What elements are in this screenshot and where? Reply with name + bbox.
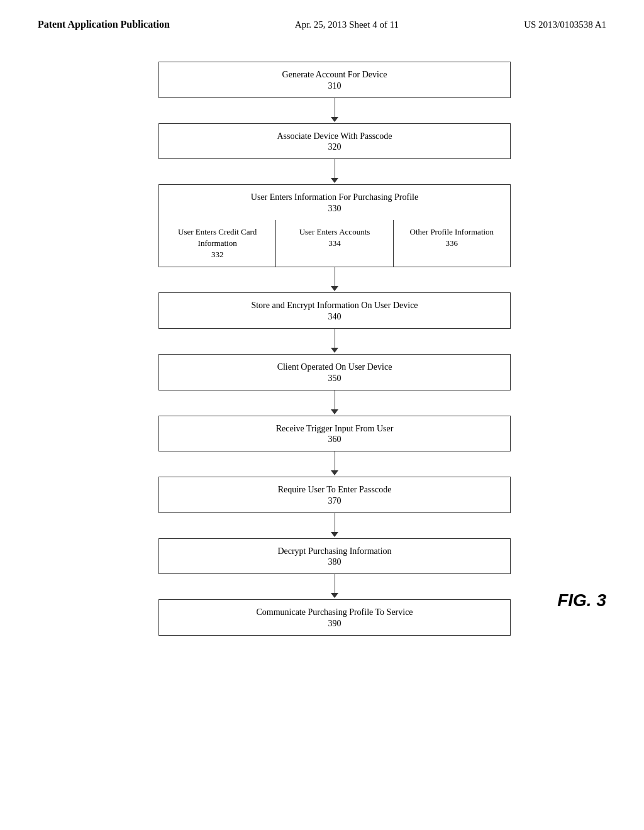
box-336-number: 336 [399,238,505,249]
box-330-label: User Enters Information For Purchasing P… [172,191,497,204]
box-380-label: Decrypt Purchasing Information [172,545,497,558]
box-390: Communicate Purchasing Profile To Servic… [158,599,511,636]
box-340-label: Store and Encrypt Information On User De… [172,299,497,312]
figure-label: FIG. 3 [557,590,606,611]
box-370: Require User To Enter Passcode 370 [158,477,511,513]
box-350: Client Operated On User Device 350 [158,354,511,390]
publication-number: US 2013/0103538 A1 [524,19,606,30]
arrow-1 [331,98,338,123]
box-340-number: 340 [172,312,497,322]
arrow-4 [331,329,338,354]
box-340: Store and Encrypt Information On User De… [158,292,511,329]
publication-date: Apr. 25, 2013 Sheet 4 of 11 [295,19,399,30]
box-370-number: 370 [172,496,497,506]
box-350-label: Client Operated On User Device [172,361,497,374]
box-332: User Enters Credit CardInformation 332 [158,220,276,268]
box-334-number: 334 [281,238,387,249]
box-334-label: User Enters Accounts [281,226,387,238]
arrow-3 [331,267,338,292]
arrow-5 [331,390,338,416]
arrow-2 [331,159,338,184]
page-header: Patent Application Publication Apr. 25, … [0,0,644,36]
box-330-number: 330 [172,204,497,214]
box-310-label: Generate Account For Device [172,69,497,81]
box-332-label: User Enters Credit CardInformation [164,226,270,249]
box-390-label: Communicate Purchasing Profile To Servic… [172,606,497,619]
box-334: User Enters Accounts 334 [276,220,393,268]
box-370-label: Require User To Enter Passcode [172,484,497,496]
arrow-8 [331,574,338,599]
box-320-number: 320 [172,142,497,152]
box-336: Other Profile Information 336 [394,220,511,268]
box-360-number: 360 [172,434,497,445]
flowchart: Generate Account For Device 310 Associat… [0,36,644,673]
box-332-number: 332 [164,249,270,260]
box-310: Generate Account For Device 310 [158,62,511,98]
box-360-label: Receive Trigger Input From User [172,423,497,435]
sub-boxes-row: User Enters Credit CardInformation 332 U… [158,220,511,268]
arrow-6 [331,451,338,477]
box-350-number: 350 [172,374,497,384]
box-380: Decrypt Purchasing Information 380 [158,538,511,575]
box-320-label: Associate Device With Passcode [172,130,497,143]
arrow-7 [331,513,338,538]
box-320: Associate Device With Passcode 320 [158,123,511,160]
box-336-label: Other Profile Information [399,226,505,238]
box-310-number: 310 [172,81,497,91]
box-330: User Enters Information For Purchasing P… [158,184,511,220]
fig-italic: FIG. 3 [557,590,606,610]
box-390-number: 390 [172,619,497,629]
publication-title: Patent Application Publication [38,19,170,30]
box-380-number: 380 [172,557,497,567]
box-360: Receive Trigger Input From User 360 [158,416,511,452]
